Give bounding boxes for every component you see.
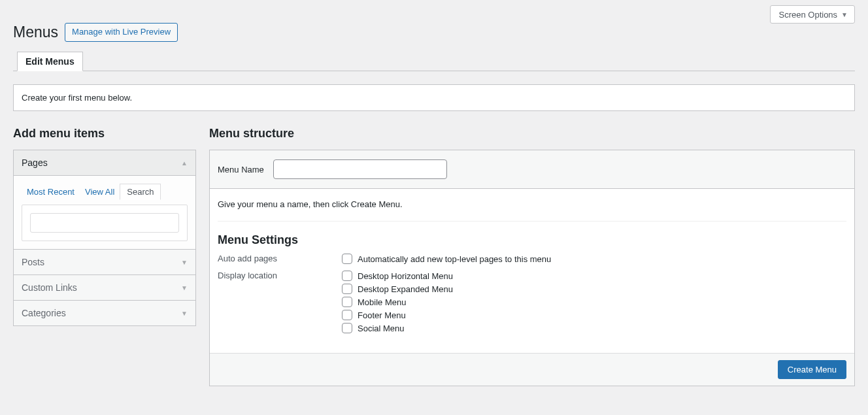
- chevron-down-icon: ▼: [841, 11, 848, 18]
- location-checkbox[interactable]: [342, 323, 352, 333]
- auto-add-pages-text: Automatically add new top-level pages to…: [358, 254, 551, 264]
- location-text: Social Menu: [358, 324, 405, 333]
- display-location-label: Display location: [218, 271, 342, 280]
- accordion-head-posts[interactable]: Posts ▼: [14, 250, 195, 275]
- location-option-footer[interactable]: Footer Menu: [342, 310, 453, 320]
- accordion-label-custom-links: Custom Links: [22, 282, 77, 293]
- location-checkbox[interactable]: [342, 271, 352, 281]
- location-checkbox[interactable]: [342, 284, 352, 294]
- chevron-up-icon: ▲: [181, 159, 188, 167]
- location-text: Mobile Menu: [358, 297, 406, 307]
- accordion-body-pages: Most Recent View All Search: [14, 176, 195, 250]
- chevron-down-icon: ▼: [181, 259, 188, 266]
- accordion-head-categories[interactable]: Categories ▼: [14, 301, 195, 325]
- location-text: Footer Menu: [358, 310, 406, 320]
- menu-name-label: Menu Name: [218, 165, 264, 174]
- location-checkbox[interactable]: [342, 297, 352, 307]
- pages-tab-view-all[interactable]: View All: [80, 184, 120, 199]
- chevron-down-icon: ▼: [181, 284, 188, 291]
- page-title: Menus: [13, 21, 58, 44]
- notice-first-menu: Create your first menu below.: [13, 84, 855, 111]
- accordion-menu-items: Pages ▲ Most Recent View All Search Post…: [13, 150, 196, 326]
- pages-tab-search[interactable]: Search: [120, 184, 161, 200]
- screen-options-button[interactable]: Screen Options ▼: [770, 5, 855, 24]
- pages-tab-most-recent[interactable]: Most Recent: [22, 184, 80, 199]
- menu-structure-panel: Menu Name Give your menu a name, then cl…: [209, 150, 855, 386]
- location-option-desktop-expanded[interactable]: Desktop Expanded Menu: [342, 284, 453, 294]
- menu-name-input[interactable]: [273, 159, 447, 179]
- accordion-label-categories: Categories: [22, 308, 66, 318]
- tab-edit-menus[interactable]: Edit Menus: [17, 52, 83, 71]
- pages-search-box: [22, 205, 188, 241]
- auto-add-pages-checkbox[interactable]: [342, 254, 352, 264]
- menu-name-hint: Give your menu a name, then click Create…: [218, 199, 846, 209]
- live-preview-button[interactable]: Manage with Live Preview: [65, 23, 178, 41]
- location-option-social[interactable]: Social Menu: [342, 323, 453, 333]
- pages-search-input[interactable]: [30, 213, 179, 233]
- location-option-desktop-horizontal[interactable]: Desktop Horizontal Menu: [342, 271, 453, 281]
- accordion-label-posts: Posts: [22, 257, 44, 267]
- chevron-down-icon: ▼: [181, 310, 188, 317]
- location-checkbox[interactable]: [342, 310, 352, 320]
- auto-add-pages-option[interactable]: Automatically add new top-level pages to…: [342, 254, 551, 264]
- location-text: Desktop Expanded Menu: [358, 284, 453, 294]
- divider: [218, 221, 846, 222]
- menu-settings-title: Menu Settings: [218, 233, 846, 247]
- create-menu-button[interactable]: Create Menu: [778, 360, 846, 379]
- nav-tab-wrapper: Edit Menus: [13, 52, 855, 71]
- location-option-mobile[interactable]: Mobile Menu: [342, 297, 453, 307]
- auto-add-pages-label: Auto add pages: [218, 254, 342, 263]
- accordion-head-custom-links[interactable]: Custom Links ▼: [14, 275, 195, 301]
- accordion-head-pages[interactable]: Pages ▲: [14, 150, 195, 176]
- menu-structure-title: Menu structure: [209, 127, 855, 141]
- location-text: Desktop Horizontal Menu: [358, 271, 453, 281]
- add-menu-items-title: Add menu items: [13, 127, 196, 141]
- screen-options-label: Screen Options: [778, 10, 837, 20]
- accordion-label-pages: Pages: [22, 158, 48, 168]
